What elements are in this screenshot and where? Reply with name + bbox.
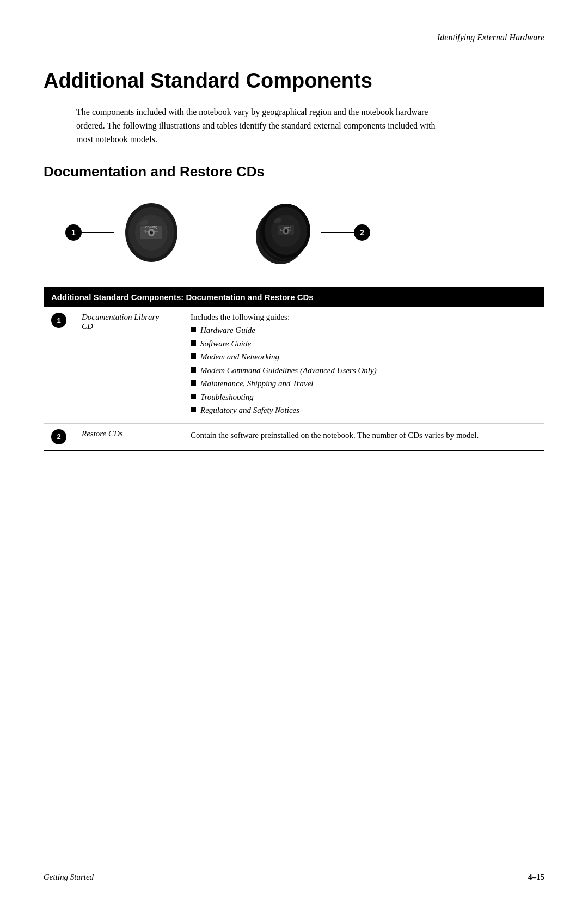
list-item: Software Guide (191, 338, 537, 350)
row2-num: 2 (44, 423, 74, 450)
table-header-row: Additional Standard Components: Document… (44, 287, 544, 307)
cd1-badge: 1 (65, 224, 82, 241)
list-item: Troubleshooting (191, 391, 537, 404)
svg-text:Quick Restore: Quick Restore (144, 230, 158, 233)
page-footer: Getting Started 4–15 (44, 867, 544, 882)
bullet-icon (191, 380, 196, 386)
row1-num: 1 (44, 307, 74, 423)
header-title: Identifying External Hardware (437, 33, 544, 42)
bullet-icon (191, 327, 196, 332)
bullet-icon (191, 394, 196, 399)
row1-desc: Includes the following guides: Hardware … (183, 307, 544, 423)
data-table: Additional Standard Components: Document… (44, 287, 544, 451)
row1-label: Documentation Library CD (74, 307, 183, 423)
list-item: Hardware Guide (191, 324, 537, 337)
row1-desc-intro: Includes the following guides: (191, 313, 537, 322)
page-header: Identifying External Hardware (44, 33, 544, 47)
list-item: Regulatory and Safety Notices (191, 404, 537, 417)
bullet-icon (191, 367, 196, 373)
cd1-svg: COMPAQ Quick Restore (114, 200, 180, 265)
cd-illustration: 1 COMPAQ Quick Restore (44, 200, 544, 265)
bullet-icon (191, 407, 196, 412)
list-item: Maintenance, Shipping and Travel (191, 377, 537, 390)
cd2-svg: COMPAQ COMPAQ Documentation (245, 200, 321, 265)
row2-desc-text: Contain the software preinstalled on the… (191, 429, 537, 442)
cd1-line (82, 232, 114, 233)
svg-point-26 (285, 229, 287, 233)
intro-text: The components included with the noteboo… (76, 106, 446, 146)
row2-desc: Contain the software preinstalled on the… (183, 423, 544, 450)
main-title: Additional Standard Components (44, 69, 544, 93)
bullet-icon (191, 353, 196, 359)
cd2-badge: 2 (354, 224, 370, 241)
table-row: 1 Documentation Library CD Includes the … (44, 307, 544, 423)
footer-right: 4–15 (528, 873, 544, 882)
table-row: 2 Restore CDs Contain the software prein… (44, 423, 544, 450)
list-item: Modem and Networking (191, 351, 537, 363)
section-title: Documentation and Restore CDs (44, 163, 544, 180)
cd-group-1: 1 COMPAQ Quick Restore (65, 200, 180, 265)
svg-text:COMPAQ: COMPAQ (145, 225, 157, 229)
page-container: Identifying External Hardware Additional… (0, 0, 588, 909)
table-header-cell: Additional Standard Components: Document… (44, 287, 544, 307)
row2-label: Restore CDs (74, 423, 183, 450)
footer-left: Getting Started (44, 873, 94, 882)
bullet-icon (191, 340, 196, 346)
list-item: Modem Command Guidelines (Advanced Users… (191, 364, 537, 377)
cd2-line (321, 232, 354, 233)
row1-bullet-list: Hardware Guide Software Guide Modem and … (191, 324, 537, 417)
cd-group-2: COMPAQ COMPAQ Documentation 2 (245, 200, 370, 265)
